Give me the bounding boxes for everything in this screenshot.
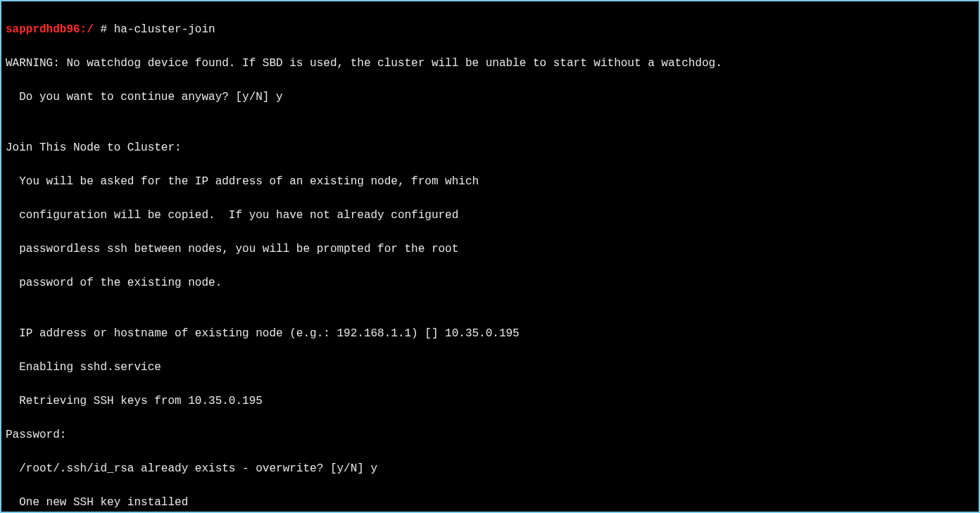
terminal-line: Join This Node to Cluster:	[6, 139, 974, 156]
terminal-line: You will be asked for the IP address of …	[6, 173, 974, 190]
terminal-line: sapprdhdb96:/ # ha-cluster-join	[6, 21, 974, 38]
terminal-line: Enabling sshd.service	[6, 359, 974, 376]
terminal-line: IP address or hostname of existing node …	[6, 325, 974, 342]
terminal-line: configuration will be copied. If you hav…	[6, 207, 974, 224]
terminal-line: WARNING: No watchdog device found. If SB…	[6, 55, 974, 72]
terminal-window[interactable]: sapprdhdb96:/ # ha-cluster-join WARNING:…	[1, 1, 979, 512]
terminal-line: password of the existing node.	[6, 274, 974, 291]
terminal-line: One new SSH key installed	[6, 494, 974, 511]
terminal-line: Password:	[6, 426, 974, 443]
terminal-line: passwordless ssh between nodes, you will…	[6, 241, 974, 258]
command-text: ha-cluster-join	[107, 23, 215, 36]
prompt-hash: #	[94, 23, 107, 36]
prompt-host: sapprdhdb96:/	[6, 23, 94, 36]
terminal-line: /root/.ssh/id_rsa already exists - overw…	[6, 460, 974, 477]
terminal-line: Retrieving SSH keys from 10.35.0.195	[6, 393, 974, 410]
terminal-line: Do you want to continue anyway? [y/N] y	[6, 89, 974, 106]
